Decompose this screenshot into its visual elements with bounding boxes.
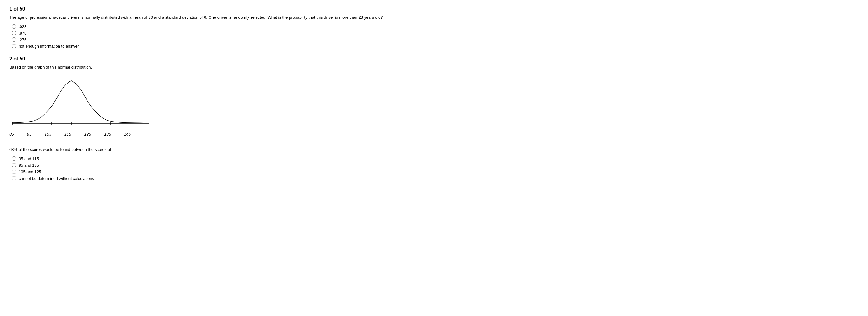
question-1: 1 of 50 The age of professional racecar … [9,6,427,49]
label-105: 105 [44,132,51,137]
option-1-4-label: not enough information to answer [19,44,79,49]
bell-curve-svg [9,75,153,131]
radio-2-3[interactable] [12,170,16,174]
option-2-3-label: 105 and 125 [19,170,41,174]
question-2-text: Based on the graph of this normal distri… [9,64,427,70]
label-95: 95 [27,132,31,137]
label-115: 115 [64,132,71,137]
radio-1-1[interactable] [12,24,16,29]
option-1-1-label: .023 [19,24,27,29]
option-2-2[interactable]: 95 and 135 [12,163,427,168]
label-85: 85 [9,132,14,137]
option-1-1[interactable]: .023 [12,24,427,29]
question-2-header: 2 of 50 [9,56,427,62]
label-125: 125 [84,132,91,137]
question-2: 2 of 50 Based on the graph of this norma… [9,56,427,181]
graph-x-labels: 85 95 105 115 125 135 145 [9,132,131,137]
option-1-3[interactable]: .275 [12,37,427,42]
question-2-sub-text: 68% of the scores would be found between… [9,146,427,153]
radio-1-2[interactable] [12,31,16,35]
label-145: 145 [124,132,131,137]
radio-2-1[interactable] [12,156,16,161]
option-1-2-label: .878 [19,31,27,35]
option-1-4[interactable]: not enough information to answer [12,44,427,49]
question-1-options: .023 .878 .275 not enough information to… [12,24,427,49]
option-1-3-label: .275 [19,37,27,42]
option-2-4-label: cannot be determined without calculation… [19,176,94,181]
radio-1-3[interactable] [12,37,16,42]
option-2-1[interactable]: 95 and 115 [12,156,427,161]
option-2-1-label: 95 and 115 [19,156,39,161]
question-1-text: The age of professional racecar drivers … [9,15,427,21]
question-1-header: 1 of 50 [9,6,427,12]
question-2-options: 95 and 115 95 and 135 105 and 125 cannot… [12,156,427,181]
radio-2-2[interactable] [12,163,16,167]
option-2-2-label: 95 and 135 [19,163,39,168]
label-135: 135 [104,132,111,137]
bell-curve-graph: 85 95 105 115 125 135 145 [9,75,153,137]
option-1-2[interactable]: .878 [12,31,427,35]
radio-2-4[interactable] [12,176,16,180]
radio-1-4[interactable] [12,44,16,48]
option-2-4[interactable]: cannot be determined without calculation… [12,176,427,181]
option-2-3[interactable]: 105 and 125 [12,170,427,174]
